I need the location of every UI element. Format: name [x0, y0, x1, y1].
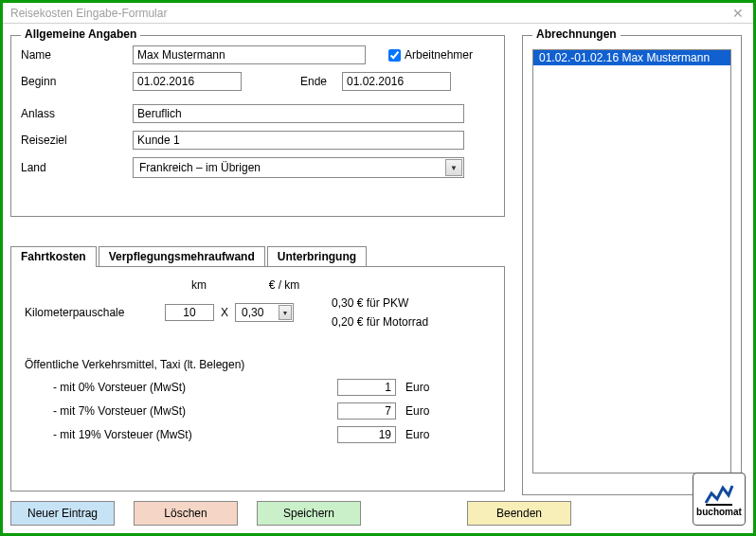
chevron-down-icon[interactable]: ▼ — [279, 305, 292, 320]
land-label: Land — [21, 161, 133, 174]
save-button[interactable]: Speichern — [257, 501, 361, 526]
rate-select[interactable]: 0,30 ▼ — [235, 303, 294, 322]
close-icon[interactable]: ✕ — [727, 6, 749, 21]
delete-button[interactable]: Löschen — [134, 501, 238, 526]
kilometer-label: Kilometerpauschale — [25, 306, 165, 319]
public-transport-title: Öffentliche Verkehrsmittel, Taxi (lt. Be… — [25, 358, 491, 371]
vat0-label: - mit 0% Vorsteuer (MwSt) — [53, 381, 337, 394]
tab-body-fahrtkosten: km € / km Kilometerpauschale X 0,30 ▼ — [11, 267, 504, 461]
beginn-input[interactable] — [133, 72, 242, 91]
eurokm-header: € / km — [256, 278, 313, 292]
tab-unterbringung[interactable]: Unterbringung — [267, 246, 367, 266]
abrechnungen-fieldset: Abrechnungen 01.02.-01.02.16 Max Musterm… — [522, 35, 742, 495]
button-bar: Neuer Eintrag Löschen Speichern Beenden — [10, 501, 571, 526]
window-title: Reisekosten Eingabe-Formular — [10, 7, 167, 20]
chart-icon — [704, 482, 734, 507]
content-area: Allgemeine Angaben Name Arbeitnehmer Beg… — [3, 24, 753, 533]
anlass-label: Anlass — [21, 107, 133, 120]
name-label: Name — [21, 48, 133, 62]
general-legend: Allgemeine Angaben — [21, 27, 140, 41]
logo-text: buchomat — [696, 507, 742, 517]
ende-label: Ende — [242, 75, 327, 88]
tabs-container: Fahrtkosten Verpflegungsmehraufwand Unte… — [10, 266, 505, 491]
left-column: Allgemeine Angaben Name Arbeitnehmer Beg… — [10, 35, 505, 491]
land-select[interactable]: Frankreich – im Übrigen ▼ — [133, 157, 464, 178]
vat0-input[interactable] — [337, 379, 396, 396]
rate-moto: 0,20 € für Motorrad — [332, 313, 428, 331]
abrechnungen-legend: Abrechnungen — [532, 27, 621, 41]
vat7-input[interactable] — [337, 402, 396, 420]
list-item[interactable]: 01.02.-01.02.16 Max Mustermann — [533, 50, 730, 65]
euro-label: Euro — [405, 428, 429, 441]
vat19-input[interactable] — [337, 426, 396, 443]
km-header: km — [171, 278, 227, 292]
vat19-label: - mit 19% Vorsteuer (MwSt) — [53, 428, 337, 441]
app-window: Reisekosten Eingabe-Formular ✕ Allgemein… — [0, 0, 756, 536]
rate-value: 0,30 — [242, 306, 263, 319]
name-input[interactable] — [133, 45, 366, 64]
arbeitnehmer-checkbox-wrap[interactable]: Arbeitnehmer — [385, 46, 473, 64]
general-fieldset: Allgemeine Angaben Name Arbeitnehmer Beg… — [10, 35, 505, 217]
km-input[interactable] — [165, 304, 214, 321]
buchomat-logo[interactable]: buchomat — [693, 473, 746, 526]
land-value: Frankreich – im Übrigen — [139, 161, 261, 174]
arbeitnehmer-checkbox[interactable] — [388, 49, 401, 62]
arbeitnehmer-label: Arbeitnehmer — [405, 48, 473, 62]
chevron-down-icon[interactable]: ▼ — [445, 159, 462, 176]
right-column: Abrechnungen 01.02.-01.02.16 Max Musterm… — [522, 35, 742, 495]
reiseziel-input[interactable] — [133, 131, 464, 150]
rate-info: 0,30 € für PKW 0,20 € für Motorrad — [332, 294, 428, 331]
tab-verpflegung[interactable]: Verpflegungsmehraufwand — [99, 246, 265, 266]
beginn-label: Beginn — [21, 75, 133, 88]
euro-label: Euro — [405, 404, 429, 418]
anlass-input[interactable] — [133, 104, 464, 123]
new-entry-button[interactable]: Neuer Eintrag — [10, 501, 115, 526]
euro-label: Euro — [405, 381, 429, 394]
ende-input[interactable] — [342, 72, 451, 91]
tabbar: Fahrtkosten Verpflegungsmehraufwand Unte… — [10, 246, 369, 266]
exit-button[interactable]: Beenden — [467, 501, 571, 526]
reiseziel-label: Reiseziel — [21, 134, 133, 147]
multiply-label: X — [214, 306, 235, 319]
tab-fahrtkosten[interactable]: Fahrtkosten — [10, 246, 97, 266]
titlebar: Reisekosten Eingabe-Formular ✕ — [3, 3, 753, 24]
vat7-label: - mit 7% Vorsteuer (MwSt) — [53, 404, 337, 418]
rate-pkw: 0,30 € für PKW — [332, 294, 428, 313]
abrechnungen-listbox[interactable]: 01.02.-01.02.16 Max Mustermann — [532, 49, 731, 473]
